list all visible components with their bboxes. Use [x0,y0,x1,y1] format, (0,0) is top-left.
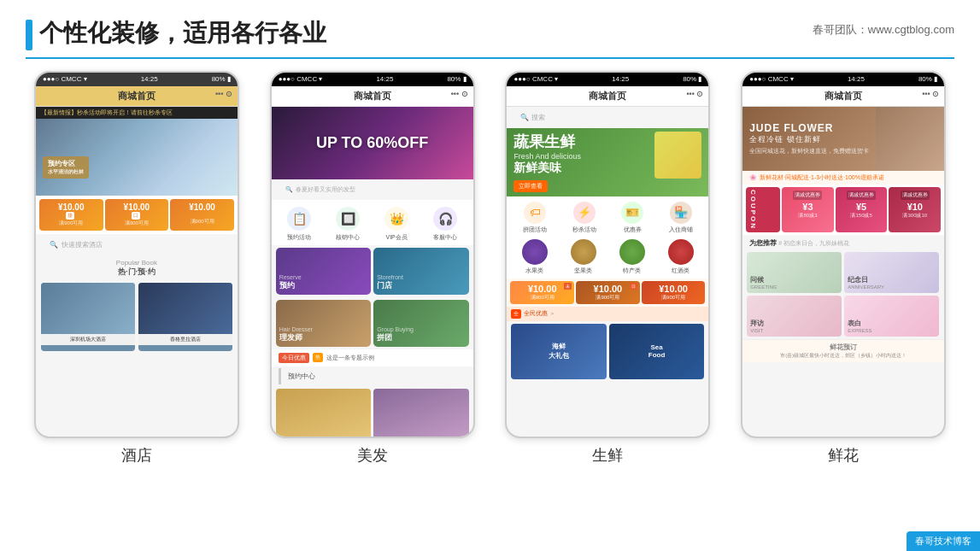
today-text: 这是一条专题示例 [326,354,374,362]
hotel-coupons: ¥10.00 接 满900可用 ¥10.00 口 满900可用 ¥10.00 满… [36,196,238,234]
flower-column: ●●●○ CMCC ▾ 14:25 80% ▮ 商城首页 ••• ⊙ JUDE … [732,71,954,466]
beauty-icon-2[interactable]: 🔲 核销中心 [336,207,360,242]
hotel-section-title: Popular Book 热·门·预·约 [36,255,238,279]
flower-coupons: COUPON 满减优惠券 ¥3 满80减3 满减优惠券 ¥5 满150减5 满减… [742,185,944,235]
fresh-phone: ●●●○ CMCC ▾ 14:25 80% ▮ 商城首页 ••• ⊙ 🔍 搜索 … [505,71,710,438]
fruit-1[interactable]: 水果类 [522,239,548,275]
today-tag: 今日优惠 [279,353,309,363]
fresh-label: 生鲜 [592,445,623,466]
beauty-icons-row: 📋 预约活动 🔲 核销中心 👑 VIP会员 🎧 客服中心 [272,200,473,245]
fresh-column: ●●●○ CMCC ▾ 14:25 80% ▮ 商城首页 ••• ⊙ 🔍 搜索 … [497,71,719,466]
stylist-card-2[interactable] [373,389,469,438]
hotel-coupon-1[interactable]: ¥10.00 接 满900可用 [39,199,103,231]
search-icon: 🔍 [50,241,58,249]
fresh-coupon-2[interactable]: ¥10.00 满900可用 日 [576,281,640,304]
verify-icon: 🔲 [336,207,360,231]
stylist-card-1[interactable] [276,389,372,438]
beauty-nav-title: 商城首页 [354,91,391,101]
card-label-2: 门店 [377,280,403,291]
hotel-label: 酒店 [121,445,152,466]
battery: 80% ▮ [447,75,466,83]
beauty-card-reserve[interactable]: Reserve 预约 [276,248,372,295]
flower-notice-icon: 🌸 [749,174,757,181]
flower-categories: 问候 GREETING 纪念日 ANNIVERSARY [742,249,944,339]
fresh-icon-1[interactable]: 🏷 拼团活动 [523,202,547,234]
beauty-card-store[interactable]: Storefront 门店 [373,248,469,295]
seafood-product-1[interactable]: 海鲜大礼包 [511,324,607,379]
hotel-card-1[interactable]: 深圳机场大酒店 [41,283,135,351]
beauty-cards-1: Reserve 预约 Storefront 门店 [272,245,473,297]
card-sub-3: Hair Dresser [279,326,313,332]
fresh-search[interactable]: 🔍 搜索 [513,110,701,125]
card-label-3: 理发师 [279,332,313,343]
flower-cat-express[interactable]: 表白 EXPRESS [844,296,939,337]
time: 14:25 [376,75,393,83]
fresh-nav-bar: 商城首页 ••• ⊙ [507,86,708,107]
beauty-card-stylist[interactable]: Hair Dresser 理发师 [276,300,372,347]
fruit-3[interactable]: 特产类 [619,239,645,275]
hotel-card-2[interactable]: 香格里拉酒店 [138,283,232,351]
flower-hero-sub: 全国同城送花，新鲜快速直送，免费赠送贺卡 [749,147,869,155]
search-icon: 🔍 [520,114,531,121]
beauty-hero: UP TO 60%OFF [272,107,473,179]
card-sub-4: Group Buying [377,326,414,332]
hotel-ticker: 【最新情报】秒杀活动即将开启！请前往秒杀专区 [36,107,238,119]
fruit-img-4 [668,239,694,265]
card-sub-1: Reserve [279,274,302,280]
fresh-coupon-1[interactable]: ¥10.00 满900可用 未 [510,281,574,304]
beauty-stylist-row [272,386,473,438]
flower-cat-anniversary[interactable]: 纪念日 ANNIVERSARY [844,252,939,293]
battery: 80% ▮ [212,75,231,83]
flower-coupon-3[interactable]: 满减优惠券 ¥10 满300减10 [889,187,941,232]
flower-status-bar: ●●●○ CMCC ▾ 14:25 80% ▮ [742,73,944,86]
beauty-card-group[interactable]: Group Buying 拼团 [373,300,469,347]
carrier: ●●●○ CMCC ▾ [749,75,794,83]
page-title: 个性化装修，适用各行各业 [26,17,326,50]
fresh-nav-title: 商城首页 [589,91,626,101]
fruit-4[interactable]: 红酒类 [668,239,694,275]
flower-cat-visit[interactable]: 拜访 VISIT [747,296,842,337]
section-small: Popular Book [36,259,238,267]
fresh-btn[interactable]: 立即查看 [513,180,548,192]
phones-row: ●●●○ CMCC ▾ 14:25 80% ▮ 商城首页 ••• ⊙ 【最新情报… [26,71,954,466]
nav-icons: ••• ⊙ [686,90,703,98]
fresh-icon-2[interactable]: ⚡ 秒杀活动 [572,202,596,234]
battery: 80% ▮ [683,75,701,83]
fresh-icon-3[interactable]: 🎫 优惠券 [621,202,643,234]
hotel-banner: 预约专区 水平清洁的杜林 [36,119,238,196]
fresh-coupon-3[interactable]: ¥10.00 满900可用 [642,281,706,304]
flower-hero-img [876,107,944,171]
beauty-icon-3[interactable]: 👑 VIP会员 [384,207,408,242]
fresh-promo: 全 全民优惠 > [507,307,708,321]
flower-cat-greeting[interactable]: 问候 GREETING [747,252,842,293]
beauty-icon-4[interactable]: 🎧 客服中心 [433,207,457,242]
card-label-4: 拼团 [377,332,414,343]
hotel-nav-bar: 商城首页 ••• ⊙ [36,86,238,107]
beauty-icon-1[interactable]: 📋 预约活动 [287,207,311,242]
hotel-coupon-2[interactable]: ¥10.00 口 满900可用 [105,199,169,231]
fresh-hero-text: 蔬果生鲜 [513,132,581,152]
fresh-icon-4[interactable]: 🏪 入住商铺 [669,202,693,234]
flower-coupon-2[interactable]: 满减优惠券 ¥5 满150减5 [836,187,888,232]
time: 14:25 [848,75,865,83]
nav-icons: ••• ⊙ [922,90,939,98]
beauty-cards-2: Hair Dresser 理发师 Group Buying 拼团 [272,297,473,349]
time: 14:25 [612,75,629,83]
fruit-2[interactable]: 坚果类 [571,239,596,275]
coupon-word: COUPON [749,190,757,230]
battery: 80% ▮ [918,75,937,83]
vip-icon: 👑 [384,207,408,231]
fresh-coupons: ¥10.00 满900可用 未 ¥10.00 满900可用 日 ¥10.00 满… [507,278,708,307]
section-main: 热·门·预·约 [36,267,238,278]
seafood-product-2[interactable]: SeaFood [609,324,705,379]
service-icon: 🎧 [433,207,457,231]
nav-icons: ••• ⊙ [451,90,468,98]
flower-nav-title: 商城首页 [824,91,862,101]
hotel-search[interactable]: 🔍 快速搜索酒店 [43,237,231,252]
flower-coupon-1[interactable]: 满减优惠券 ¥3 满80减3 [782,187,834,232]
flower-label: 鲜花 [828,445,859,466]
beauty-status-bar: ●●●○ CMCC ▾ 14:25 80% ▮ [272,73,473,86]
beauty-search[interactable]: 🔍 春夏好看又实用的发型 [279,183,467,196]
hotel-coupon-3[interactable]: ¥10.00 满900可用 [170,199,234,231]
hot-tag: 热 [313,353,323,362]
